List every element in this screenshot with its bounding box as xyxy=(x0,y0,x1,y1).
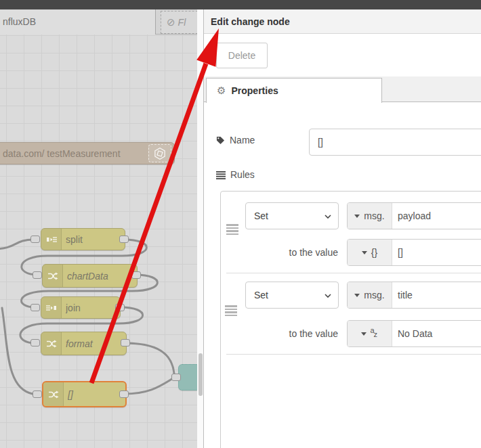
tag-icon xyxy=(216,136,225,145)
typed-input-value[interactable]: [] xyxy=(392,240,481,265)
caret-down-icon xyxy=(362,251,367,254)
rules-label: Rules xyxy=(216,168,255,181)
tab-properties[interactable]: ⚙Properties xyxy=(206,78,382,103)
node-change-chartdata[interactable]: chartData xyxy=(42,264,138,288)
chevron-down-icon xyxy=(325,294,331,298)
delete-button[interactable]: Delete xyxy=(216,43,268,68)
flow-tabbar: nfluxDB ⊘Fl xyxy=(0,9,197,35)
flow-tab-disabled[interactable]: ⊘Fl xyxy=(161,11,201,34)
panel-header: Edit change node xyxy=(204,9,481,34)
typed-input-value[interactable]: No Data xyxy=(392,321,481,346)
node-label: [] xyxy=(68,382,123,406)
flow-tab-label: Fl xyxy=(178,17,186,28)
gear-icon: ⚙ xyxy=(217,85,226,96)
port-join-out[interactable] xyxy=(115,304,125,311)
port-split-in[interactable] xyxy=(30,236,40,243)
panel-content: Name Rules Set msg. payload to the value xyxy=(204,102,481,448)
change-icon xyxy=(41,332,62,355)
rule2-action-select[interactable]: Set xyxy=(245,282,339,309)
typed-input-type-button[interactable]: msg. xyxy=(348,282,392,308)
rule1-value-input[interactable]: {} [] xyxy=(347,239,481,266)
caret-down-icon xyxy=(361,332,367,336)
json-type-icon: {} xyxy=(371,247,377,258)
workspace-scrollbar[interactable] xyxy=(197,9,203,448)
influxdb-icon xyxy=(148,144,171,162)
port-split-out[interactable] xyxy=(119,236,129,243)
node-change-selected[interactable]: [] xyxy=(42,381,127,407)
caret-down-icon xyxy=(354,294,360,297)
typed-input-type-button[interactable]: {} xyxy=(348,240,392,265)
node-label: data.com/ testMeasurement xyxy=(3,143,171,164)
typed-input-value[interactable]: payload xyxy=(392,203,481,229)
port-chartdata-out[interactable] xyxy=(131,271,141,279)
node-change-format[interactable]: format xyxy=(41,332,127,355)
name-input[interactable] xyxy=(309,129,481,156)
node-influxdb-out[interactable]: data.com/ testMeasurement xyxy=(0,142,175,164)
rule1-property-input[interactable]: msg. payload xyxy=(347,202,481,229)
typed-input-type-button[interactable]: msg. xyxy=(348,203,392,229)
rule-drag-handle[interactable] xyxy=(225,305,237,315)
rule1-action-select[interactable]: Set xyxy=(245,202,339,229)
browser-top-bar xyxy=(0,0,481,9)
flow-tab-influxdb[interactable]: nfluxDB xyxy=(0,9,156,35)
panel-title: Edit change node xyxy=(211,9,290,34)
chevron-down-icon xyxy=(325,215,331,219)
workspace-scrollbar-thumb[interactable] xyxy=(198,353,203,396)
tab-properties-label: Properties xyxy=(231,85,278,96)
rule2-property-input[interactable]: msg. title xyxy=(347,282,481,309)
to-the-value-label: to the value xyxy=(245,320,338,347)
port-empty-in[interactable] xyxy=(33,390,42,398)
join-icon xyxy=(41,297,62,318)
rule2-value-input[interactable]: az No Data xyxy=(347,320,481,347)
rule-divider xyxy=(226,273,481,273)
rules-list: Set msg. payload to the value {} [] xyxy=(220,191,481,448)
node-label: split xyxy=(66,229,122,250)
rule-divider xyxy=(226,354,481,355)
port-format-in[interactable] xyxy=(30,339,40,346)
caret-down-icon xyxy=(354,215,360,218)
edit-node-panel: Edit change node Delete ⚙Properties Name… xyxy=(203,9,481,448)
node-label: format xyxy=(66,332,123,355)
change-icon xyxy=(43,382,64,406)
disabled-flow-icon: ⊘ xyxy=(167,16,175,28)
port-format-out[interactable] xyxy=(121,339,130,346)
port-join-in[interactable] xyxy=(30,304,40,311)
node-label: chartData xyxy=(67,265,134,287)
to-the-value-label: to the value xyxy=(245,239,338,266)
name-label: Name xyxy=(216,133,255,147)
typed-input-value[interactable]: title xyxy=(392,282,481,308)
node-join[interactable]: join xyxy=(41,296,121,319)
port-teal-in[interactable] xyxy=(171,374,181,381)
node-split[interactable]: split xyxy=(41,228,125,250)
rule-drag-handle[interactable] xyxy=(226,224,238,234)
list-icon xyxy=(216,171,226,179)
split-icon xyxy=(41,229,62,250)
node-label: join xyxy=(66,297,117,318)
typed-input-type-button[interactable]: az xyxy=(348,321,392,346)
port-empty-out[interactable] xyxy=(119,390,129,398)
change-icon xyxy=(43,265,63,287)
port-chartdata-in[interactable] xyxy=(33,271,42,279)
flow-tab-label: nfluxDB xyxy=(3,16,36,27)
string-type-icon: az xyxy=(371,328,379,339)
